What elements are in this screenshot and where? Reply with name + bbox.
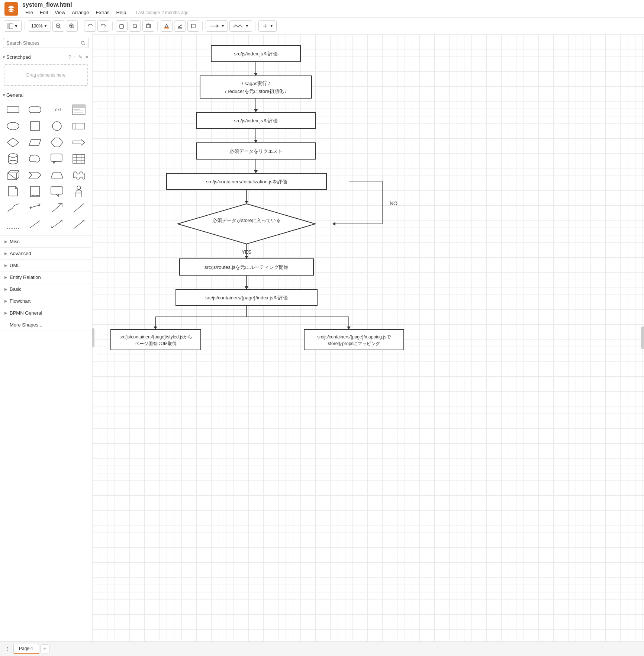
canvas-area[interactable]: src/js/index.jsを評価 / sagas実行 / / reducer… (92, 34, 644, 641)
shape-filmstrip[interactable] (68, 119, 89, 134)
svg-marker-103 (245, 256, 248, 259)
shape-arrow-right[interactable] (68, 135, 89, 150)
close-icon[interactable]: ✕ (85, 54, 89, 60)
add-icon[interactable]: + (73, 54, 76, 60)
shape-dotted-line[interactable] (3, 217, 23, 232)
svg-marker-89 (254, 170, 258, 173)
shape-rectangle[interactable] (3, 102, 23, 117)
shape-line-diagonal[interactable] (68, 200, 89, 215)
svg-text:src/js/index.jsを評価: src/js/index.jsを評価 (234, 118, 277, 123)
general-header[interactable]: ▾ General (0, 90, 92, 100)
menu-extras[interactable]: Extras (93, 9, 113, 16)
shape-document-fold[interactable] (25, 184, 45, 199)
tab-menu-btn[interactable]: ⋮ (3, 644, 12, 653)
shape-heading[interactable] (68, 102, 89, 117)
waypoint-btn[interactable]: ▼ (229, 20, 252, 32)
insert-btn[interactable]: ▼ (258, 20, 277, 32)
menu-view[interactable]: View (52, 9, 68, 16)
toolbar-sep-1 (25, 22, 25, 30)
category-advanced[interactable]: ▶ Advanced (0, 248, 92, 260)
shape-chevron[interactable] (25, 168, 45, 183)
svg-text:src/js/containers/Initializati: src/js/containers/Initialization.jsを評価 (206, 179, 287, 184)
edit-icon[interactable]: ✎ (78, 54, 83, 60)
entity-relation-chevron: ▶ (4, 275, 7, 279)
shape-box3d[interactable] (3, 168, 23, 183)
add-page-label: + (43, 646, 46, 652)
shape-cloud[interactable] (25, 151, 45, 166)
line-color-btn[interactable] (174, 20, 186, 32)
svg-rect-77 (200, 76, 312, 98)
svg-text:src/js/routes.jsを元にルーティング開始: src/js/routes.jsを元にルーティング開始 (205, 264, 289, 270)
shape-single-arrow[interactable] (68, 217, 89, 232)
shape-table[interactable] (68, 151, 89, 166)
category-uml[interactable]: ▶ UML (0, 260, 92, 271)
shape-speech-bubble[interactable] (47, 184, 67, 199)
menu-help[interactable]: Help (113, 9, 129, 16)
svg-rect-35 (30, 122, 39, 131)
delete-btn[interactable] (116, 20, 128, 32)
help-icon[interactable]: ? (68, 54, 71, 60)
add-page-btn[interactable]: + (41, 644, 49, 653)
bpmn-chevron: ▶ (4, 311, 7, 315)
shape-hexagon[interactable] (47, 135, 67, 150)
fill-btn[interactable] (161, 20, 173, 32)
shape-circle[interactable] (47, 119, 67, 134)
category-flowchart[interactable]: ▶ Flowchart (0, 295, 92, 307)
shape-person[interactable] (68, 184, 89, 199)
page-tab-1[interactable]: Page-1 (13, 644, 39, 654)
shape-line[interactable] (25, 217, 45, 232)
flowchart-label: Flowchart (10, 298, 30, 304)
svg-line-6 (73, 27, 74, 28)
search-input[interactable] (6, 40, 78, 46)
shape-scurve[interactable] (3, 200, 23, 215)
svg-line-56 (17, 171, 19, 173)
svg-rect-1 (9, 23, 13, 29)
shape-bidirectional-arrow[interactable] (47, 217, 67, 232)
category-entity-relation[interactable]: ▶ Entity Relation (0, 271, 92, 283)
right-panel-handle[interactable] (641, 327, 644, 349)
svg-rect-27 (7, 107, 19, 113)
svg-rect-30 (73, 105, 85, 108)
shape-rounded-rectangle[interactable] (25, 102, 45, 117)
menu-arrange[interactable]: Arrange (69, 9, 92, 16)
scratchpad-drop-area[interactable]: Drag elements here (4, 64, 88, 86)
category-misc[interactable]: ▶ Misc (0, 236, 92, 248)
svg-line-72 (74, 221, 84, 229)
shape-parallelogram[interactable] (25, 135, 45, 150)
shape-arrow-diagonal[interactable] (47, 200, 67, 215)
connection-btn[interactable]: ▼ (206, 20, 228, 32)
shape-text[interactable]: Text (47, 102, 67, 117)
left-resize-handle[interactable] (92, 328, 94, 347)
category-basic[interactable]: ▶ Basic (0, 283, 92, 295)
shape-wavy[interactable] (68, 168, 89, 183)
undo-btn[interactable] (84, 20, 96, 32)
menu-file[interactable]: File (22, 9, 36, 16)
copy-btn[interactable] (129, 20, 141, 32)
shape-cylinder[interactable] (3, 151, 23, 166)
category-more-shapes[interactable]: ▶ More Shapes... (0, 319, 92, 331)
shape-square[interactable] (25, 119, 45, 134)
redo-btn[interactable] (97, 20, 109, 32)
zoom-out-btn[interactable] (52, 20, 64, 32)
zoom-level-btn[interactable]: 100% ▼ (28, 20, 51, 32)
shape-btn[interactable] (187, 20, 199, 32)
more-shapes-label: More Shapes... (10, 322, 42, 328)
category-bpmn[interactable]: ▶ BPMN General (0, 307, 92, 319)
page-tab-1-label: Page-1 (19, 646, 33, 651)
shape-trapezoid[interactable] (47, 168, 67, 183)
format-toggle-btn[interactable]: ▼ (4, 20, 22, 32)
toolbar-sep-6 (255, 22, 255, 30)
svg-marker-85 (254, 140, 258, 143)
scratchpad-header[interactable]: ▾ Scratchpad ? + ✎ ✕ (0, 52, 92, 62)
shape-callout[interactable] (47, 151, 67, 166)
shape-document[interactable] (3, 184, 23, 199)
svg-line-68 (74, 203, 84, 212)
shape-double-arrow[interactable] (25, 200, 45, 215)
menu-edit[interactable]: Edit (37, 9, 51, 16)
shape-ellipse[interactable] (3, 119, 23, 134)
last-change: Last change 2 months ago (136, 10, 188, 15)
paste-btn[interactable] (142, 20, 154, 32)
zoom-in-btn[interactable] (66, 20, 78, 32)
shape-diamond[interactable] (3, 135, 23, 150)
svg-line-3 (59, 27, 61, 28)
